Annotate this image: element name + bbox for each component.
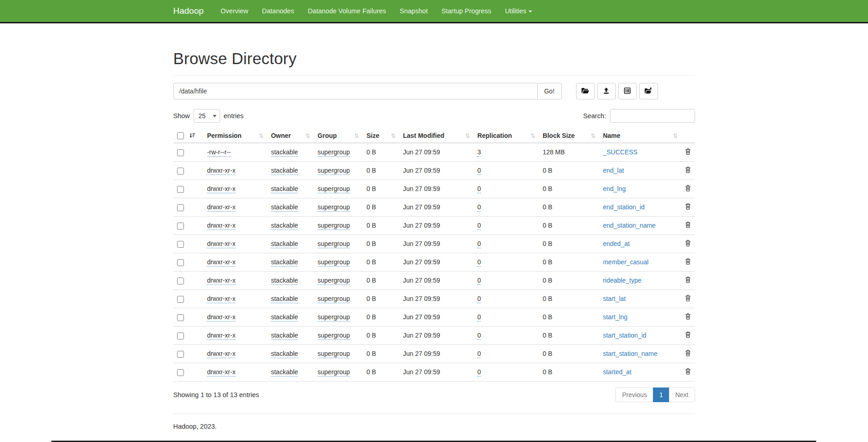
row-checkbox[interactable] — [177, 333, 184, 339]
group-value[interactable]: supergroup — [318, 167, 350, 175]
header-permission[interactable]: Permission⇅ — [203, 129, 267, 143]
file-name-link[interactable]: end_station_id — [603, 203, 645, 211]
owner-value[interactable]: stackable — [271, 368, 298, 377]
delete-button[interactable] — [685, 331, 691, 339]
owner-value[interactable]: stackable — [271, 295, 298, 303]
file-name-link[interactable]: end_lng — [603, 185, 626, 192]
file-name-link[interactable]: _SUCCESS — [603, 148, 637, 156]
delete-button[interactable] — [685, 349, 691, 358]
row-checkbox[interactable] — [177, 186, 184, 193]
group-value[interactable]: supergroup — [318, 277, 350, 285]
owner-value[interactable]: stackable — [271, 167, 298, 175]
row-checkbox[interactable] — [177, 314, 184, 321]
replication-value[interactable]: 0 — [477, 332, 481, 340]
go-button[interactable]: Go! — [537, 83, 562, 99]
delete-button[interactable] — [685, 313, 691, 321]
upload-file-button[interactable] — [597, 83, 616, 99]
owner-value[interactable]: stackable — [271, 222, 298, 230]
delete-button[interactable] — [685, 221, 691, 229]
replication-value[interactable]: 0 — [477, 277, 481, 285]
delete-button[interactable] — [685, 148, 691, 156]
group-value[interactable]: supergroup — [318, 258, 350, 267]
group-value[interactable]: supergroup — [318, 222, 350, 230]
select-all-checkbox[interactable] — [177, 132, 184, 139]
owner-value[interactable]: stackable — [271, 185, 298, 193]
permission-value[interactable]: drwxr-xr-x — [207, 185, 235, 193]
file-name-link[interactable]: start_station_name — [603, 350, 658, 357]
permission-value[interactable]: drwxr-xr-x — [207, 332, 235, 340]
group-value[interactable]: supergroup — [318, 332, 350, 340]
delete-button[interactable] — [685, 276, 691, 284]
permission-value[interactable]: drwxr-xr-x — [207, 167, 235, 175]
group-value[interactable]: supergroup — [318, 185, 350, 193]
permission-value[interactable]: drwxr-xr-x — [207, 277, 235, 285]
owner-value[interactable]: stackable — [271, 350, 298, 358]
header-block-size[interactable]: Block Size⇅ — [539, 129, 599, 143]
row-checkbox[interactable] — [177, 168, 184, 175]
group-value[interactable]: supergroup — [318, 295, 350, 303]
delete-button[interactable] — [685, 295, 691, 303]
permission-value[interactable]: drwxr-xr-x — [207, 222, 235, 230]
file-name-link[interactable]: member_casual — [603, 258, 649, 266]
row-checkbox[interactable] — [177, 278, 184, 284]
row-checkbox[interactable] — [177, 241, 184, 248]
nav-utilities-dropdown[interactable]: Utilities — [498, 0, 539, 22]
nav-datanode-volume-failures[interactable]: Datanode Volume Failures — [301, 0, 393, 22]
permission-value[interactable]: drwxr-xr-x — [207, 258, 235, 267]
group-value[interactable]: supergroup — [318, 313, 350, 322]
delete-button[interactable] — [685, 258, 691, 266]
header-name[interactable]: Name⇅ — [599, 129, 682, 143]
replication-value[interactable]: 0 — [477, 350, 481, 358]
row-checkbox[interactable] — [177, 149, 184, 156]
header-owner[interactable]: Owner⇅ — [267, 129, 314, 143]
file-name-link[interactable]: ended_at — [603, 240, 630, 247]
file-name-link[interactable]: end_lat — [603, 167, 624, 174]
replication-value[interactable]: 0 — [477, 185, 481, 193]
owner-value[interactable]: stackable — [271, 258, 298, 267]
row-checkbox[interactable] — [177, 296, 184, 303]
permission-value[interactable]: drwxr-xr-x — [207, 313, 235, 322]
delete-button[interactable] — [685, 240, 691, 248]
permission-value[interactable]: drwxr-xr-x — [207, 368, 235, 377]
group-value[interactable]: supergroup — [318, 203, 350, 212]
header-size[interactable]: Size⇅ — [363, 129, 399, 143]
nav-startup-progress[interactable]: Startup Progress — [435, 0, 498, 22]
replication-value[interactable]: 3 — [477, 148, 481, 157]
permission-value[interactable]: drwxr-xr-x — [207, 203, 235, 212]
replication-value[interactable]: 0 — [477, 295, 481, 303]
owner-value[interactable]: stackable — [271, 240, 298, 248]
replication-value[interactable]: 0 — [477, 368, 481, 377]
file-name-link[interactable]: started_at — [603, 368, 631, 376]
group-value[interactable]: supergroup — [318, 368, 350, 377]
replication-value[interactable]: 0 — [477, 203, 481, 212]
header-last-modified[interactable]: Last Modified⇅ — [399, 129, 474, 143]
owner-value[interactable]: stackable — [271, 203, 298, 212]
delete-button[interactable] — [685, 203, 691, 211]
file-name-link[interactable]: end_station_name — [603, 222, 656, 229]
group-value[interactable]: supergroup — [318, 148, 350, 157]
replication-value[interactable]: 0 — [477, 167, 481, 175]
delete-button[interactable] — [685, 368, 691, 376]
permission-value[interactable]: drwxr-xr-x — [207, 295, 235, 303]
file-name-link[interactable]: rideable_type — [603, 277, 642, 284]
replication-value[interactable]: 0 — [477, 313, 481, 322]
create-directory-button[interactable] — [576, 83, 595, 99]
delete-button[interactable] — [685, 166, 691, 175]
replication-value[interactable]: 0 — [477, 222, 481, 230]
header-replication[interactable]: Replication⇅ — [474, 129, 539, 143]
file-name-link[interactable]: start_station_id — [603, 332, 647, 339]
permission-value[interactable]: drwxr-xr-x — [207, 240, 235, 248]
owner-value[interactable]: stackable — [271, 277, 298, 285]
group-value[interactable]: supergroup — [318, 350, 350, 358]
file-name-link[interactable]: start_lat — [603, 295, 626, 302]
delete-button[interactable] — [685, 185, 691, 193]
row-checkbox[interactable] — [177, 204, 184, 211]
row-checkbox[interactable] — [177, 369, 184, 376]
owner-value[interactable]: stackable — [271, 313, 298, 322]
replication-value[interactable]: 0 — [477, 240, 481, 248]
group-value[interactable]: supergroup — [318, 240, 350, 248]
cut-paste-button[interactable] — [618, 83, 637, 99]
page-size-select[interactable]: 25 — [194, 109, 220, 123]
row-checkbox[interactable] — [177, 223, 184, 229]
nav-snapshot[interactable]: Snapshot — [393, 0, 435, 22]
